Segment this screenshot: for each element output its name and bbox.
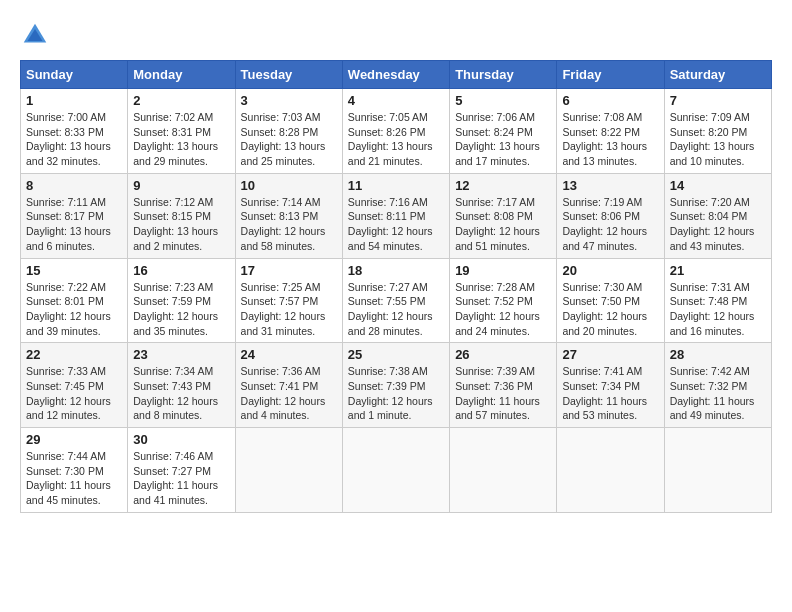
day-info: Sunrise: 7:22 AMSunset: 8:01 PMDaylight:… bbox=[26, 280, 122, 339]
day-header-sunday: Sunday bbox=[21, 61, 128, 89]
calendar-cell: 2Sunrise: 7:02 AMSunset: 8:31 PMDaylight… bbox=[128, 89, 235, 174]
day-number: 19 bbox=[455, 263, 551, 278]
calendar-cell: 22Sunrise: 7:33 AMSunset: 7:45 PMDayligh… bbox=[21, 343, 128, 428]
day-info: Sunrise: 7:03 AMSunset: 8:28 PMDaylight:… bbox=[241, 110, 337, 169]
day-info: Sunrise: 7:06 AMSunset: 8:24 PMDaylight:… bbox=[455, 110, 551, 169]
calendar-cell: 15Sunrise: 7:22 AMSunset: 8:01 PMDayligh… bbox=[21, 258, 128, 343]
calendar-cell: 12Sunrise: 7:17 AMSunset: 8:08 PMDayligh… bbox=[450, 173, 557, 258]
day-header-tuesday: Tuesday bbox=[235, 61, 342, 89]
calendar-cell: 21Sunrise: 7:31 AMSunset: 7:48 PMDayligh… bbox=[664, 258, 771, 343]
calendar-cell: 24Sunrise: 7:36 AMSunset: 7:41 PMDayligh… bbox=[235, 343, 342, 428]
calendar-week-row: 1Sunrise: 7:00 AMSunset: 8:33 PMDaylight… bbox=[21, 89, 772, 174]
calendar-week-row: 15Sunrise: 7:22 AMSunset: 8:01 PMDayligh… bbox=[21, 258, 772, 343]
day-info: Sunrise: 7:19 AMSunset: 8:06 PMDaylight:… bbox=[562, 195, 658, 254]
calendar-cell: 13Sunrise: 7:19 AMSunset: 8:06 PMDayligh… bbox=[557, 173, 664, 258]
day-number: 4 bbox=[348, 93, 444, 108]
day-header-saturday: Saturday bbox=[664, 61, 771, 89]
calendar-cell: 19Sunrise: 7:28 AMSunset: 7:52 PMDayligh… bbox=[450, 258, 557, 343]
day-number: 23 bbox=[133, 347, 229, 362]
day-info: Sunrise: 7:09 AMSunset: 8:20 PMDaylight:… bbox=[670, 110, 766, 169]
day-info: Sunrise: 7:46 AMSunset: 7:27 PMDaylight:… bbox=[133, 449, 229, 508]
calendar-cell: 14Sunrise: 7:20 AMSunset: 8:04 PMDayligh… bbox=[664, 173, 771, 258]
calendar-cell: 17Sunrise: 7:25 AMSunset: 7:57 PMDayligh… bbox=[235, 258, 342, 343]
day-number: 3 bbox=[241, 93, 337, 108]
day-number: 6 bbox=[562, 93, 658, 108]
day-number: 8 bbox=[26, 178, 122, 193]
calendar-cell: 10Sunrise: 7:14 AMSunset: 8:13 PMDayligh… bbox=[235, 173, 342, 258]
calendar-cell bbox=[235, 428, 342, 513]
day-number: 26 bbox=[455, 347, 551, 362]
day-info: Sunrise: 7:14 AMSunset: 8:13 PMDaylight:… bbox=[241, 195, 337, 254]
calendar-cell: 9Sunrise: 7:12 AMSunset: 8:15 PMDaylight… bbox=[128, 173, 235, 258]
day-header-monday: Monday bbox=[128, 61, 235, 89]
day-info: Sunrise: 7:31 AMSunset: 7:48 PMDaylight:… bbox=[670, 280, 766, 339]
day-header-thursday: Thursday bbox=[450, 61, 557, 89]
calendar-week-row: 8Sunrise: 7:11 AMSunset: 8:17 PMDaylight… bbox=[21, 173, 772, 258]
day-number: 22 bbox=[26, 347, 122, 362]
day-header-friday: Friday bbox=[557, 61, 664, 89]
day-number: 5 bbox=[455, 93, 551, 108]
calendar-cell: 18Sunrise: 7:27 AMSunset: 7:55 PMDayligh… bbox=[342, 258, 449, 343]
calendar-cell: 28Sunrise: 7:42 AMSunset: 7:32 PMDayligh… bbox=[664, 343, 771, 428]
day-info: Sunrise: 7:02 AMSunset: 8:31 PMDaylight:… bbox=[133, 110, 229, 169]
calendar-cell bbox=[557, 428, 664, 513]
calendar-cell: 5Sunrise: 7:06 AMSunset: 8:24 PMDaylight… bbox=[450, 89, 557, 174]
day-number: 7 bbox=[670, 93, 766, 108]
day-number: 10 bbox=[241, 178, 337, 193]
day-info: Sunrise: 7:28 AMSunset: 7:52 PMDaylight:… bbox=[455, 280, 551, 339]
day-number: 17 bbox=[241, 263, 337, 278]
calendar-cell: 26Sunrise: 7:39 AMSunset: 7:36 PMDayligh… bbox=[450, 343, 557, 428]
day-number: 12 bbox=[455, 178, 551, 193]
calendar-cell: 4Sunrise: 7:05 AMSunset: 8:26 PMDaylight… bbox=[342, 89, 449, 174]
calendar-cell: 29Sunrise: 7:44 AMSunset: 7:30 PMDayligh… bbox=[21, 428, 128, 513]
day-number: 28 bbox=[670, 347, 766, 362]
calendar-week-row: 22Sunrise: 7:33 AMSunset: 7:45 PMDayligh… bbox=[21, 343, 772, 428]
calendar-cell: 8Sunrise: 7:11 AMSunset: 8:17 PMDaylight… bbox=[21, 173, 128, 258]
calendar-cell bbox=[342, 428, 449, 513]
calendar-cell: 25Sunrise: 7:38 AMSunset: 7:39 PMDayligh… bbox=[342, 343, 449, 428]
calendar-cell: 1Sunrise: 7:00 AMSunset: 8:33 PMDaylight… bbox=[21, 89, 128, 174]
day-number: 13 bbox=[562, 178, 658, 193]
day-number: 20 bbox=[562, 263, 658, 278]
calendar-cell: 11Sunrise: 7:16 AMSunset: 8:11 PMDayligh… bbox=[342, 173, 449, 258]
calendar-header-row: SundayMondayTuesdayWednesdayThursdayFrid… bbox=[21, 61, 772, 89]
day-info: Sunrise: 7:05 AMSunset: 8:26 PMDaylight:… bbox=[348, 110, 444, 169]
day-info: Sunrise: 7:44 AMSunset: 7:30 PMDaylight:… bbox=[26, 449, 122, 508]
day-number: 24 bbox=[241, 347, 337, 362]
day-info: Sunrise: 7:30 AMSunset: 7:50 PMDaylight:… bbox=[562, 280, 658, 339]
day-info: Sunrise: 7:16 AMSunset: 8:11 PMDaylight:… bbox=[348, 195, 444, 254]
day-info: Sunrise: 7:33 AMSunset: 7:45 PMDaylight:… bbox=[26, 364, 122, 423]
calendar-cell: 6Sunrise: 7:08 AMSunset: 8:22 PMDaylight… bbox=[557, 89, 664, 174]
day-info: Sunrise: 7:23 AMSunset: 7:59 PMDaylight:… bbox=[133, 280, 229, 339]
calendar-table: SundayMondayTuesdayWednesdayThursdayFrid… bbox=[20, 60, 772, 513]
calendar-cell: 16Sunrise: 7:23 AMSunset: 7:59 PMDayligh… bbox=[128, 258, 235, 343]
day-header-wednesday: Wednesday bbox=[342, 61, 449, 89]
day-info: Sunrise: 7:08 AMSunset: 8:22 PMDaylight:… bbox=[562, 110, 658, 169]
day-number: 2 bbox=[133, 93, 229, 108]
day-number: 11 bbox=[348, 178, 444, 193]
calendar-cell: 30Sunrise: 7:46 AMSunset: 7:27 PMDayligh… bbox=[128, 428, 235, 513]
day-number: 18 bbox=[348, 263, 444, 278]
page-header bbox=[20, 20, 772, 50]
day-number: 9 bbox=[133, 178, 229, 193]
day-info: Sunrise: 7:36 AMSunset: 7:41 PMDaylight:… bbox=[241, 364, 337, 423]
day-info: Sunrise: 7:20 AMSunset: 8:04 PMDaylight:… bbox=[670, 195, 766, 254]
calendar-cell: 20Sunrise: 7:30 AMSunset: 7:50 PMDayligh… bbox=[557, 258, 664, 343]
day-number: 14 bbox=[670, 178, 766, 193]
day-number: 29 bbox=[26, 432, 122, 447]
calendar-cell: 7Sunrise: 7:09 AMSunset: 8:20 PMDaylight… bbox=[664, 89, 771, 174]
day-number: 30 bbox=[133, 432, 229, 447]
day-info: Sunrise: 7:12 AMSunset: 8:15 PMDaylight:… bbox=[133, 195, 229, 254]
day-number: 15 bbox=[26, 263, 122, 278]
day-number: 27 bbox=[562, 347, 658, 362]
day-info: Sunrise: 7:42 AMSunset: 7:32 PMDaylight:… bbox=[670, 364, 766, 423]
calendar-cell bbox=[450, 428, 557, 513]
day-info: Sunrise: 7:25 AMSunset: 7:57 PMDaylight:… bbox=[241, 280, 337, 339]
day-info: Sunrise: 7:41 AMSunset: 7:34 PMDaylight:… bbox=[562, 364, 658, 423]
calendar-cell: 27Sunrise: 7:41 AMSunset: 7:34 PMDayligh… bbox=[557, 343, 664, 428]
day-info: Sunrise: 7:38 AMSunset: 7:39 PMDaylight:… bbox=[348, 364, 444, 423]
day-info: Sunrise: 7:17 AMSunset: 8:08 PMDaylight:… bbox=[455, 195, 551, 254]
day-number: 25 bbox=[348, 347, 444, 362]
day-info: Sunrise: 7:27 AMSunset: 7:55 PMDaylight:… bbox=[348, 280, 444, 339]
calendar-cell: 23Sunrise: 7:34 AMSunset: 7:43 PMDayligh… bbox=[128, 343, 235, 428]
